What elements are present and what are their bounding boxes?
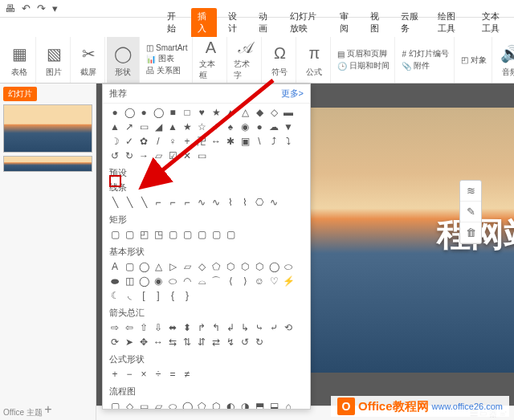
shape-icon[interactable]: ↲ bbox=[225, 322, 236, 333]
shape-icon[interactable]: A bbox=[109, 261, 120, 272]
shape-icon[interactable]: ↳ bbox=[239, 322, 251, 333]
shape-icon[interactable]: ≠ bbox=[182, 369, 193, 380]
shape-icon[interactable]: } bbox=[182, 290, 193, 301]
ribbon-attach[interactable]: 📎附件 bbox=[402, 60, 449, 71]
tab-review[interactable]: 审阅 bbox=[333, 8, 359, 37]
shape-icon[interactable]: ↯ bbox=[225, 336, 236, 348]
shape-icon[interactable]: ▢ bbox=[124, 261, 135, 272]
shape-icon[interactable]: ▢ bbox=[167, 229, 178, 240]
shape-icon[interactable]: ◑ bbox=[239, 401, 251, 410]
shape-icon[interactable]: ⤷ bbox=[254, 322, 265, 333]
shape-icon[interactable]: ◯ bbox=[182, 401, 193, 410]
slide-thumb-1[interactable] bbox=[3, 104, 92, 153]
edit-icon[interactable]: ✎ bbox=[460, 202, 481, 222]
shape-icon[interactable]: ⬡ bbox=[225, 261, 236, 272]
shape-icon[interactable]: ⌒ bbox=[210, 275, 222, 287]
shape-icon[interactable]: ➤ bbox=[124, 336, 135, 348]
tab-design[interactable]: 设计 bbox=[222, 8, 247, 37]
shape-icon[interactable]: ◐ bbox=[225, 401, 236, 410]
shape-icon[interactable]: ▱ bbox=[153, 401, 164, 410]
ribbon-picture[interactable]: ▧ 图片 bbox=[38, 37, 71, 83]
ribbon-table[interactable]: ▦ 表格 bbox=[3, 37, 36, 83]
shape-icon[interactable]: ⬬ bbox=[109, 275, 120, 287]
shape-icon[interactable]: − bbox=[124, 369, 135, 380]
shape-icon[interactable]: ⬌ bbox=[167, 322, 178, 333]
tab-texttools[interactable]: 文本工具 bbox=[475, 8, 514, 37]
shape-icon[interactable]: ] bbox=[153, 290, 164, 301]
shape-icon[interactable]: ╲ bbox=[124, 197, 135, 208]
shape-icon[interactable]: ⬡ bbox=[254, 261, 265, 272]
shape-icon[interactable]: ◟ bbox=[124, 290, 135, 301]
shape-icon[interactable]: ⇦ bbox=[124, 322, 135, 333]
shape-icon[interactable]: ↺ bbox=[109, 150, 120, 161]
tab-cloud[interactable]: 云服务 bbox=[394, 8, 426, 37]
shape-icon[interactable]: ▢ bbox=[210, 229, 222, 240]
shape-icon[interactable]: ⬍ bbox=[182, 322, 193, 333]
shape-icon[interactable]: ⬭ bbox=[167, 401, 178, 410]
shape-icon[interactable]: ▷ bbox=[167, 261, 178, 272]
ribbon-smartart[interactable]: ◫SmartArt bbox=[146, 43, 187, 52]
ribbon-shapes[interactable]: ◯ 形状 bbox=[107, 37, 140, 83]
shape-icon[interactable]: ♡ bbox=[268, 275, 279, 287]
shape-icon[interactable]: ╲ bbox=[109, 197, 120, 208]
ribbon-chart[interactable]: 📊图表 bbox=[146, 53, 187, 64]
shape-icon[interactable]: ⌓ bbox=[196, 275, 207, 287]
shape-icon[interactable]: ↰ bbox=[210, 322, 222, 333]
shape-icon[interactable]: ⤶ bbox=[268, 322, 279, 333]
shape-icon[interactable]: ⬭ bbox=[283, 261, 294, 272]
shape-icon[interactable]: ✥ bbox=[138, 336, 149, 348]
shape-icon[interactable]: ↱ bbox=[196, 322, 207, 333]
undo-icon[interactable]: ↶ bbox=[22, 2, 31, 14]
shape-icon[interactable]: ☾ bbox=[109, 290, 120, 301]
shape-icon[interactable]: ▲ bbox=[109, 121, 120, 133]
shape-icon[interactable]: ⇆ bbox=[167, 336, 178, 348]
ribbon-screenshot[interactable]: ✂ 截屏 bbox=[72, 37, 105, 83]
shape-icon[interactable]: ◇ bbox=[124, 401, 135, 410]
print-icon[interactable]: 🖶 bbox=[5, 2, 15, 14]
ribbon-audio[interactable]: 🔊 音频 bbox=[494, 37, 514, 83]
shape-icon[interactable]: ⇩ bbox=[153, 322, 164, 333]
shape-icon[interactable]: ⬡ bbox=[239, 261, 251, 272]
shape-icon[interactable]: ↺ bbox=[239, 336, 251, 348]
shape-icon[interactable]: ⟨ bbox=[225, 275, 236, 287]
shape-icon[interactable]: ✓ bbox=[124, 136, 135, 147]
shape-icon[interactable]: ▢ bbox=[182, 229, 193, 240]
dropdown-icon[interactable]: ▾ bbox=[52, 2, 58, 14]
ribbon-datetime[interactable]: 🕒日期和时间 bbox=[337, 60, 390, 71]
ribbon-headerfooter[interactable]: ▤页眉和页脚 bbox=[337, 48, 390, 59]
shape-rectangle[interactable]: ▢ bbox=[109, 229, 120, 240]
shape-icon[interactable]: ▢ bbox=[124, 229, 135, 240]
slide-thumb-2[interactable] bbox=[3, 156, 92, 172]
shape-icon[interactable]: ↔ bbox=[153, 336, 164, 348]
tab-anim[interactable]: 动画 bbox=[252, 8, 278, 37]
ribbon-slidenum[interactable]: #幻灯片编号 bbox=[402, 48, 449, 59]
shape-icon[interactable]: ◯ bbox=[138, 275, 149, 287]
sidebar-tab[interactable]: 幻灯片 bbox=[3, 87, 37, 101]
tab-drawtools[interactable]: 绘图工具 bbox=[431, 8, 470, 37]
tab-insert[interactable]: 插入 bbox=[191, 8, 217, 37]
shape-icon[interactable]: ⌂ bbox=[283, 401, 294, 410]
shape-icon[interactable]: ◰ bbox=[138, 229, 149, 240]
shape-icon[interactable]: [ bbox=[138, 290, 149, 301]
shape-icon[interactable]: ◫ bbox=[124, 275, 135, 287]
ribbon-object[interactable]: ◰对象 bbox=[456, 37, 492, 83]
shape-icon[interactable]: ⚡ bbox=[283, 275, 294, 287]
shape-icon[interactable]: ⟩ bbox=[239, 275, 251, 287]
shape-icon[interactable]: ⇧ bbox=[138, 322, 149, 333]
shape-icon[interactable]: ↻ bbox=[254, 336, 265, 348]
shape-icon[interactable]: ▱ bbox=[182, 261, 193, 272]
shape-icon[interactable]: { bbox=[167, 290, 178, 301]
shape-icon[interactable]: ◳ bbox=[153, 229, 164, 240]
shape-icon[interactable]: ☽ bbox=[109, 136, 120, 147]
redo-icon[interactable]: ↷ bbox=[37, 2, 46, 14]
delete-icon[interactable]: 🗑 bbox=[460, 222, 481, 243]
shape-icon[interactable]: ⬡ bbox=[210, 401, 222, 410]
shape-icon[interactable]: ↻ bbox=[124, 150, 135, 161]
shape-icon[interactable]: ▢ bbox=[225, 229, 236, 240]
shape-icon[interactable]: ⇵ bbox=[196, 336, 207, 348]
shape-icon[interactable]: ⇨ bbox=[109, 322, 120, 333]
shape-icon[interactable]: + bbox=[109, 369, 120, 380]
shape-icon[interactable]: ◯ bbox=[124, 107, 135, 118]
shape-icon[interactable]: ⟳ bbox=[109, 336, 120, 348]
shape-icon[interactable]: ▢ bbox=[196, 229, 207, 240]
